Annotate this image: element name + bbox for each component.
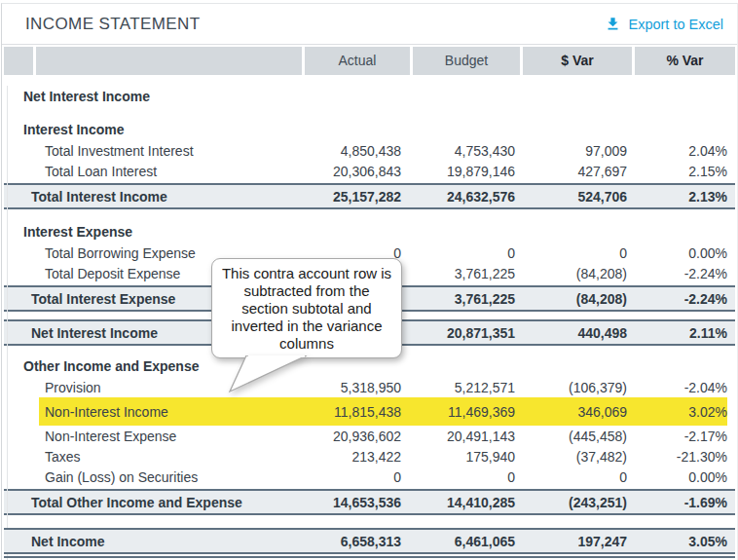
table-row[interactable]: Net Income6,658,3136,461,065197,2473.05%	[4, 528, 735, 554]
budget-value: 5,212,571	[413, 380, 520, 395]
actual-value: 20,306,843	[305, 164, 410, 179]
pct-var-value: -21.30%	[635, 449, 735, 465]
dollar-var-value: (243,251)	[523, 495, 632, 510]
title-bar: INCOME STATEMENT Export to Excel	[2, 4, 737, 45]
row-label: Net Interest Income	[4, 89, 302, 104]
dollar-var-value: (445,458)	[523, 429, 632, 444]
row-label: Taxes	[4, 449, 302, 465]
dollar-var-value: 440,498	[523, 325, 632, 341]
row-label: Non-Interest Income	[4, 404, 302, 420]
table-row: Other Income and Expense	[4, 355, 735, 377]
table-row[interactable]: Non-Interest Expense20,936,60220,491,143…	[4, 426, 735, 446]
tooltip-text: This contra account row is subtracted fr…	[219, 265, 394, 353]
pct-var-value: 0.00%	[635, 245, 735, 261]
dollar-var-column-header: $ Var	[523, 47, 632, 75]
income-statement-panel: INCOME STATEMENT Export to Excel Actual …	[1, 3, 738, 560]
pct-var-value: 3.02%	[635, 404, 735, 420]
table-row[interactable]: Non-Interest Income11,815,43811,469,3693…	[4, 397, 735, 426]
table-row[interactable]: Taxes213,422175,940(37,482)-21.30%	[4, 446, 735, 467]
row-label: Total Investment Interest	[4, 143, 302, 159]
actual-value: 6,658,313	[305, 534, 410, 549]
actual-value: 0	[305, 469, 410, 485]
table-row: Interest Income	[4, 119, 735, 140]
actual-value: 5,318,950	[305, 380, 410, 395]
dollar-var-value: 0	[523, 245, 632, 261]
pct-var-value: 2.15%	[635, 164, 735, 179]
pct-var-value: 0.00%	[635, 469, 735, 485]
actual-value: 11,815,438	[305, 404, 410, 420]
dollar-var-value: (84,208)	[523, 266, 632, 281]
budget-value: 11,469,369	[413, 404, 520, 420]
pct-var-value: -2.24%	[635, 291, 735, 307]
budget-value: 0	[413, 245, 520, 261]
table-row[interactable]: Provision5,318,9505,212,571(106,379)-2.0…	[4, 377, 735, 397]
pct-var-value: 2.04%	[635, 143, 735, 159]
table-row: Net Interest Income	[4, 86, 735, 107]
row-label: Interest Income	[4, 122, 302, 137]
row-label: Interest Expense	[4, 224, 302, 240]
actual-value: 14,653,536	[305, 495, 410, 510]
budget-value: 0	[413, 469, 520, 485]
actual-value: 20,936,602	[305, 429, 410, 444]
actual-column-header: Actual	[305, 47, 410, 75]
row-label: Gain (Loss) on Securities	[4, 469, 302, 485]
budget-value: 4,753,430	[413, 143, 520, 159]
table-row[interactable]: Total Investment Interest4,850,4384,753,…	[4, 140, 735, 161]
dollar-var-value: (84,208)	[523, 291, 632, 307]
budget-column-header: Budget	[413, 47, 520, 75]
budget-value: 20,871,351	[413, 325, 520, 341]
dollar-var-value: 427,697	[523, 164, 632, 179]
row-gutter-header	[4, 47, 33, 75]
table-row: Interest Expense	[4, 221, 735, 243]
dollar-var-value: 524,706	[523, 189, 632, 205]
budget-value: 24,632,576	[413, 189, 520, 205]
table-row[interactable]: Total Other Income and Expense14,653,536…	[4, 489, 735, 515]
column-header-row: Actual Budget $ Var % Var	[2, 47, 737, 75]
pct-var-value: -2.17%	[635, 429, 735, 444]
dollar-var-value: 97,009	[523, 143, 632, 159]
tooltip-tail	[228, 355, 312, 393]
budget-value: 19,879,146	[413, 164, 520, 179]
export-label: Export to Excel	[628, 17, 723, 32]
table-row[interactable]: Total Interest Income25,157,28224,632,57…	[4, 183, 735, 209]
gutter-divider-line	[7, 86, 8, 560]
pct-var-value: -1.69%	[635, 495, 735, 510]
dollar-var-value: 197,247	[523, 534, 632, 549]
actual-value: 213,422	[305, 449, 410, 465]
budget-value: 14,410,285	[413, 495, 520, 510]
pct-var-value: 3.05%	[635, 534, 735, 549]
dollar-var-value: 0	[523, 469, 632, 485]
pct-var-value: 2.11%	[635, 325, 735, 341]
page-title: INCOME STATEMENT	[25, 15, 201, 34]
row-label: Net Income	[4, 534, 302, 549]
row-label: Total Other Income and Expense	[4, 495, 302, 510]
actual-value: 25,157,282	[305, 189, 410, 205]
account-column-header	[36, 47, 302, 75]
pct-var-column-header: % Var	[635, 47, 735, 75]
pct-var-value: -2.04%	[635, 380, 735, 395]
contra-account-tooltip: This contra account row is subtracted fr…	[211, 258, 402, 358]
dollar-var-value: (106,379)	[523, 380, 632, 395]
budget-value: 6,461,065	[413, 534, 520, 549]
download-icon	[605, 16, 621, 32]
table-row[interactable]: Gain (Loss) on Securities0000.00%	[4, 467, 735, 487]
budget-value: 3,761,225	[413, 266, 520, 281]
dollar-var-value: 346,069	[523, 404, 632, 420]
budget-value: 3,761,225	[413, 291, 520, 307]
row-label: Total Loan Interest	[4, 164, 302, 179]
row-label: Non-Interest Expense	[4, 429, 302, 444]
budget-value: 175,940	[413, 449, 520, 465]
export-to-excel-button[interactable]: Export to Excel	[605, 16, 723, 32]
budget-value: 20,491,143	[413, 429, 520, 444]
row-label: Total Interest Income	[4, 189, 302, 205]
table-row[interactable]: Total Loan Interest20,306,84319,879,1464…	[4, 161, 735, 181]
pct-var-value: 2.13%	[635, 189, 735, 205]
dollar-var-value: (37,482)	[523, 449, 632, 465]
actual-value: 4,850,438	[305, 143, 410, 159]
pct-var-value: -2.24%	[635, 266, 735, 281]
